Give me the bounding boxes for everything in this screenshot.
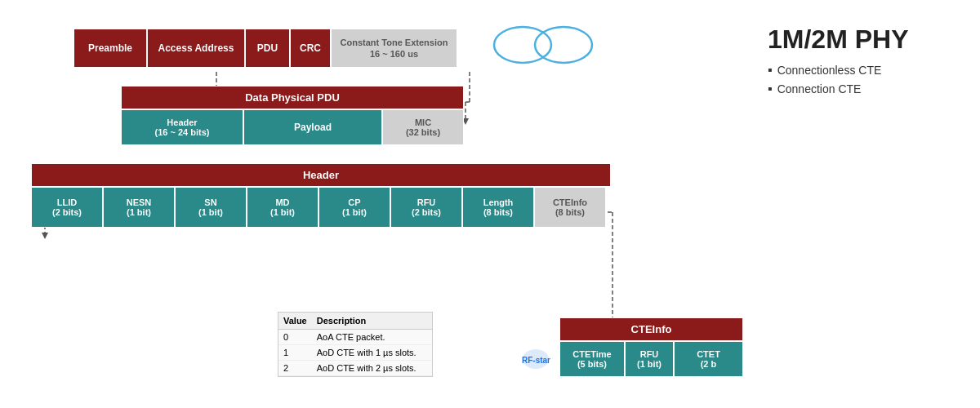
preamble-cell: Preamble [74, 29, 147, 68]
table-row: 0 AoA CTE packet. [278, 330, 432, 345]
ctetime-cell: CTETime(5 bits) [559, 341, 625, 377]
row-value: 2 [278, 361, 312, 376]
svg-text:RF-star: RF-star [522, 356, 550, 365]
row-desc: AoA CTE packet. [312, 330, 432, 345]
pdu-block: Data Physical PDU Header(16 ~ 24 bits) P… [121, 86, 464, 145]
phy-list: Connectionless CTE Connection CTE [768, 63, 956, 96]
table-row: 2 AoD CTE with 2 µs slots. [278, 361, 432, 376]
rfu-cell: RFU(1 bit) [625, 341, 674, 377]
cteinfo-title: CTEInfo [559, 317, 743, 341]
crc-cell: CRC [290, 29, 331, 68]
cte-value-table: Value Description 0 AoA CTE packet. 1 Ao… [278, 313, 432, 376]
row-value: 0 [278, 330, 312, 345]
pdu-cell: PDU [245, 29, 290, 68]
top-packet-row: Preamble Access Address PDU CRC Constant… [74, 29, 751, 68]
rf-star-logo: RF-star [520, 347, 551, 371]
header-llid: LLID(2 bits) [31, 187, 103, 228]
pdu-cells: Header(16 ~ 24 bits) Payload MIC(32 bits… [121, 109, 464, 145]
main-container: Preamble Access Address PDU CRC Constant… [0, 0, 980, 408]
phy-list-item: Connection CTE [768, 82, 956, 96]
phy-list-item: Connectionless CTE [768, 63, 956, 78]
access-address-cell: Access Address [147, 29, 245, 68]
phy-title: 1M/2M PHY [768, 24, 956, 55]
ctet-cell: CTET(2 b [674, 341, 743, 377]
header-rfu: RFU(2 bits) [390, 187, 462, 228]
header-title: Header [31, 163, 611, 187]
cte-cell: Constant Tone Extension16 ~ 160 us [331, 29, 457, 68]
pdu-header-cell: Header(16 ~ 24 bits) [121, 109, 243, 145]
table-row: 1 AoD CTE with 1 µs slots. [278, 345, 432, 361]
header-md: MD(1 bit) [247, 187, 318, 228]
pdu-payload-cell: Payload [243, 109, 382, 145]
row-desc: AoD CTE with 1 µs slots. [312, 345, 432, 361]
svg-marker-13 [42, 233, 48, 239]
diagram-area: Preamble Access Address PDU CRC Constant… [24, 16, 751, 392]
pdu-title: Data Physical PDU [121, 86, 464, 109]
right-panel: 1M/2M PHY Connectionless CTE Connection … [751, 16, 956, 392]
watermark: RF-star [520, 347, 551, 371]
header-cteinfo: CTEInfo(8 bits) [534, 187, 606, 228]
row-desc: AoD CTE with 2 µs slots. [312, 361, 432, 376]
value-col-header: Value [278, 313, 312, 330]
header-cp: CP(1 bit) [318, 187, 390, 228]
header-sn: SN(1 bit) [175, 187, 247, 228]
header-cells: LLID(2 bits) NESN(1 bit) SN(1 bit) MD(1 … [31, 187, 611, 228]
header-nesn: NESN(1 bit) [103, 187, 175, 228]
pdu-mic-cell: MIC(32 bits) [382, 109, 464, 145]
value-table: Value Description 0 AoA CTE packet. 1 Ao… [278, 312, 433, 377]
cteinfo-block: CTEInfo CTETime(5 bits) RFU(1 bit) CTET(… [559, 317, 743, 377]
header-block: Header LLID(2 bits) NESN(1 bit) SN(1 bit… [31, 163, 611, 228]
row-value: 1 [278, 345, 312, 361]
description-col-header: Description [312, 313, 432, 330]
header-length: Length(8 bits) [462, 187, 534, 228]
cteinfo-cells: CTETime(5 bits) RFU(1 bit) CTET(2 b [559, 341, 743, 377]
